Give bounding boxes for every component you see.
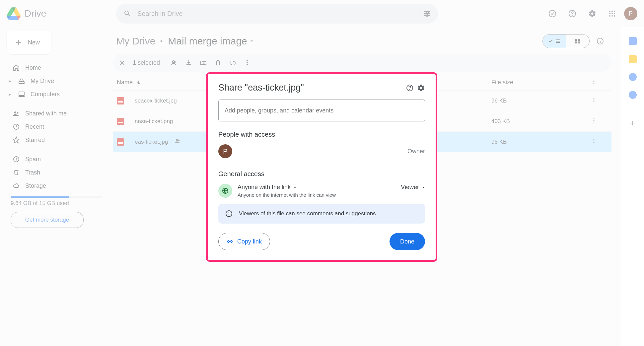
role-select[interactable]: Viewer: [401, 184, 425, 191]
globe-icon: [218, 184, 232, 198]
owner-role: Owner: [407, 148, 425, 155]
owner-row: P Owner: [218, 144, 425, 158]
info-text: Viewers of this file can see comments an…: [239, 210, 376, 217]
copy-link-button[interactable]: Copy link: [218, 233, 270, 250]
info-banner: Viewers of this file can see comments an…: [218, 204, 425, 224]
info-icon: [225, 210, 233, 218]
help-icon[interactable]: [406, 84, 414, 92]
share-dialog: Share "eas-ticket.jpg" People with acces…: [206, 72, 437, 262]
dropdown-icon: [422, 186, 425, 189]
link-scope-select[interactable]: Anyone with the link: [238, 184, 395, 191]
owner-avatar: P: [218, 144, 232, 158]
general-access-row: Anyone with the link Anyone on the inter…: [218, 184, 425, 198]
link-icon: [227, 238, 233, 245]
dialog-title: Share "eas-ticket.jpg": [218, 83, 402, 93]
add-people-input[interactable]: [218, 100, 425, 121]
svg-point-51: [410, 89, 410, 90]
settings-gear-icon[interactable]: [417, 84, 425, 92]
copy-link-label: Copy link: [237, 238, 262, 245]
link-scope-desc: Anyone on the internet with the link can…: [238, 192, 395, 198]
dropdown-icon: [293, 186, 297, 189]
done-button[interactable]: Done: [390, 233, 425, 250]
general-access-title: General access: [218, 170, 425, 178]
people-access-title: People with access: [218, 131, 425, 138]
